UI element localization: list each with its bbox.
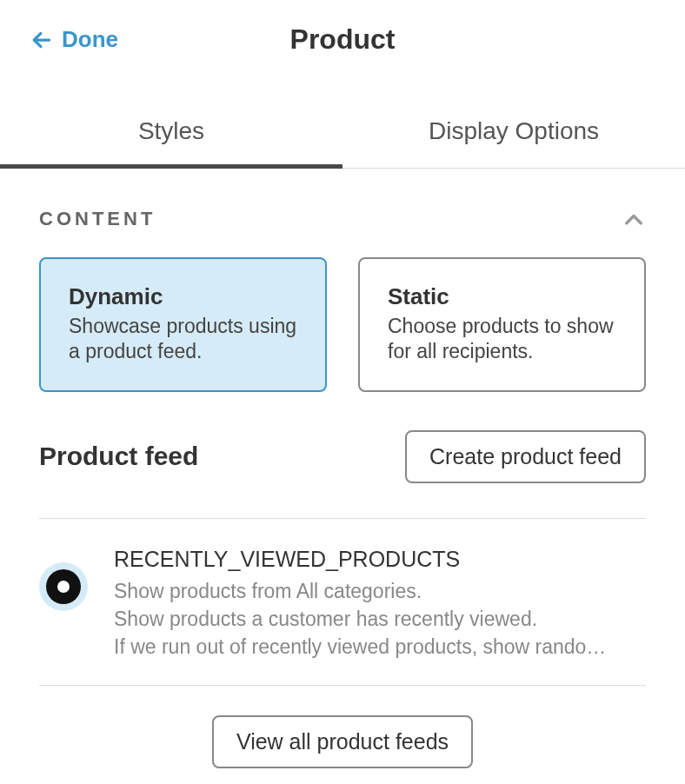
- feed-item-name: RECENTLY_VIEWED_PRODUCTS: [114, 547, 646, 572]
- chevron-up-icon: [622, 207, 646, 231]
- done-label: Done: [62, 26, 118, 53]
- section-header[interactable]: CONTENT: [39, 169, 646, 257]
- feed-item-line3: If we run out of recently viewed product…: [114, 633, 646, 661]
- product-feed-title: Product feed: [39, 442, 198, 471]
- card-static-title: Static: [388, 283, 616, 310]
- page-title: Product: [290, 23, 396, 56]
- card-dynamic[interactable]: Dynamic Showcase products using a produc…: [39, 257, 327, 392]
- feed-item-line2: Show products a customer has recently vi…: [114, 605, 646, 633]
- view-all-wrap: View all product feeds: [39, 686, 646, 784]
- content-section: CONTENT Dynamic Showcase products using …: [0, 169, 685, 784]
- product-feed-header: Product feed Create product feed: [39, 430, 646, 483]
- arrow-left-icon: [30, 29, 53, 51]
- tab-display-options[interactable]: Display Options: [342, 96, 685, 168]
- section-title: CONTENT: [39, 208, 156, 230]
- tabs: Styles Display Options: [0, 96, 685, 169]
- content-type-cards: Dynamic Showcase products using a produc…: [39, 257, 646, 392]
- card-dynamic-desc: Showcase products using a product feed.: [69, 314, 297, 364]
- card-static[interactable]: Static Choose products to show for all r…: [358, 257, 646, 392]
- done-button[interactable]: Done: [30, 26, 118, 53]
- radio-dot-icon: [57, 581, 70, 593]
- card-static-desc: Choose products to show for all recipien…: [388, 314, 616, 364]
- view-all-product-feeds-button[interactable]: View all product feeds: [212, 715, 473, 768]
- tab-styles[interactable]: Styles: [0, 96, 342, 168]
- card-dynamic-title: Dynamic: [69, 283, 297, 310]
- radio-ring-icon: [46, 569, 81, 604]
- feed-item-text: RECENTLY_VIEWED_PRODUCTS Show products f…: [114, 547, 646, 661]
- radio-selected[interactable]: [39, 562, 88, 611]
- header: Done Product: [0, 0, 685, 70]
- feed-item-line1: Show products from All categories.: [114, 577, 646, 605]
- create-product-feed-button[interactable]: Create product feed: [405, 430, 646, 483]
- product-feed-item[interactable]: RECENTLY_VIEWED_PRODUCTS Show products f…: [39, 518, 646, 687]
